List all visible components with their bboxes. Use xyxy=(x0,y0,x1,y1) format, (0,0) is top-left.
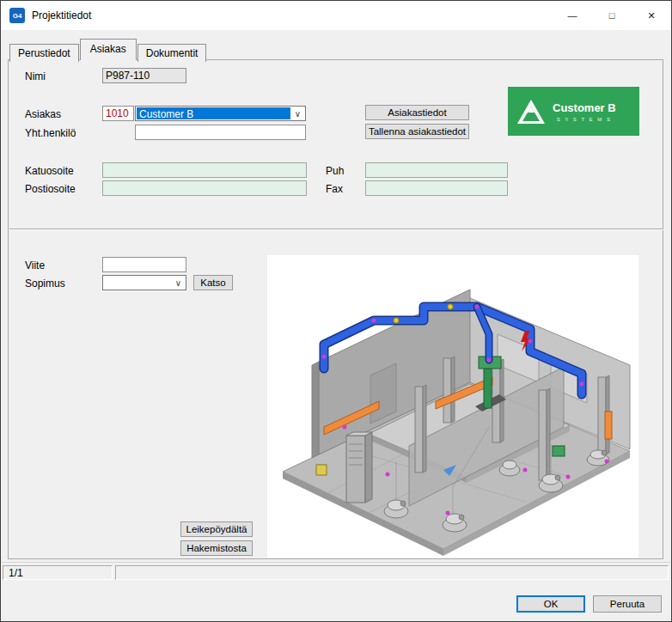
viite-label: Viite xyxy=(25,259,45,271)
logo-name: Customer B xyxy=(553,101,616,114)
yht-henkilo-field[interactable] xyxy=(135,125,306,140)
katso-button[interactable]: Katso xyxy=(193,275,233,290)
sopimus-label: Sopimus xyxy=(25,277,65,290)
status-pane xyxy=(115,565,669,580)
tab-asiakas[interactable]: Asiakas xyxy=(80,39,137,60)
window-title: Projektitiedot xyxy=(32,9,91,21)
postiosoite-label: Postiosoite xyxy=(25,183,76,195)
projektitiedot-dialog: G4 Projektitiedot — □ ✕ Perustiedot Asia… xyxy=(0,0,672,622)
postiosoite-field[interactable] xyxy=(102,180,307,196)
tab-dokumentit[interactable]: Dokumentit xyxy=(137,44,207,62)
katuosoite-field[interactable] xyxy=(102,162,307,178)
maximize-icon[interactable]: □ xyxy=(592,1,632,30)
leikepoydalta-button[interactable]: Leikepöydältä xyxy=(180,521,253,537)
cad-isometric-drawing xyxy=(267,255,638,558)
sopimus-combobox[interactable]: ∨ xyxy=(102,275,186,290)
chevron-down-icon[interactable]: ∨ xyxy=(290,107,305,120)
customer-logo: Customer B S Y S T E M S xyxy=(508,87,639,136)
asiakas-label: Asiakas xyxy=(25,108,61,120)
fax-label: Fax xyxy=(326,183,343,195)
page-indicator: 1/1 xyxy=(3,565,113,580)
window-controls: — □ ✕ xyxy=(553,1,671,30)
peruuta-button[interactable]: Peruuta xyxy=(593,595,662,613)
app-icon: G4 xyxy=(9,8,25,23)
tab-perustiedot[interactable]: Perustiedot xyxy=(9,44,79,62)
tab-strip: Perustiedot Asiakas Dokumentit xyxy=(9,39,207,60)
logo-subtitle: S Y S T E M S xyxy=(557,117,612,122)
yht-henkilo-label: Yht.henkilö xyxy=(25,127,76,139)
puh-label: Puh xyxy=(326,165,344,177)
close-icon[interactable]: ✕ xyxy=(632,1,671,30)
puh-field[interactable] xyxy=(365,162,508,178)
nimi-field[interactable] xyxy=(102,68,186,83)
asiakas-selected-value: Customer B xyxy=(137,107,290,119)
titlebar[interactable]: G4 Projektitiedot — □ ✕ xyxy=(1,1,671,30)
sopimus-selected-value xyxy=(104,277,171,289)
ok-button[interactable]: OK xyxy=(516,595,585,613)
asiakas-code-field[interactable]: 1010 xyxy=(102,106,134,121)
tallenna-asiakastiedot-button[interactable]: Tallenna asiakastiedot xyxy=(365,124,469,139)
logo-triangle-icon xyxy=(516,99,546,125)
nimi-label: Nimi xyxy=(25,70,46,82)
minimize-icon[interactable]: — xyxy=(553,1,592,30)
asiakas-combobox[interactable]: Customer B ∨ xyxy=(135,106,306,121)
chevron-down-icon[interactable]: ∨ xyxy=(171,276,186,290)
hakemistosta-button[interactable]: Hakemistosta xyxy=(180,540,253,556)
katuosoite-label: Katuosoite xyxy=(25,165,74,177)
statusbar: 1/1 xyxy=(1,562,671,581)
cad-preview-image xyxy=(267,255,638,558)
asiakastiedot-button[interactable]: Asiakastiedot xyxy=(365,105,469,120)
viite-field[interactable] xyxy=(102,257,186,272)
section-divider xyxy=(9,229,663,230)
fax-field[interactable] xyxy=(365,180,508,196)
